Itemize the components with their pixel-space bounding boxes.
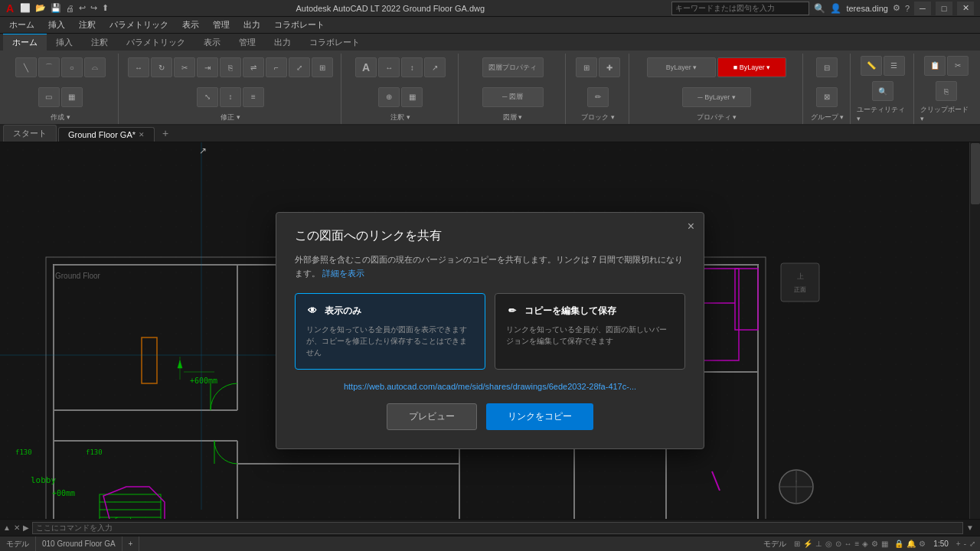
lineweight-toggle[interactable]: ≡ <box>855 540 860 548</box>
command-input[interactable] <box>32 522 963 534</box>
otrack-toggle[interactable]: ↔ <box>844 540 852 548</box>
isolate-toggle[interactable]: 🔒 <box>894 540 903 548</box>
ribbon-icon-list[interactable]: ☰ <box>884 56 905 76</box>
ribbon-icon-rotate[interactable]: ↻ <box>151 57 172 77</box>
workspace-switch[interactable]: ⚙ <box>919 540 926 548</box>
add-layout-button[interactable]: + <box>122 536 140 551</box>
menu-view[interactable]: 表示 <box>176 18 205 32</box>
ortho-toggle[interactable]: ⊥ <box>815 540 822 548</box>
quick-open-icon[interactable]: 📂 <box>35 3 46 13</box>
quick-redo-icon[interactable]: ↪ <box>90 3 97 13</box>
tab-ground-floor[interactable]: Ground Floor GA* ✕ <box>58 127 155 142</box>
close-button[interactable]: ✕ <box>957 2 974 15</box>
dialog-close-button[interactable]: × <box>688 220 694 233</box>
ribbon-tab-insert[interactable]: 挿入 <box>47 34 82 51</box>
share-option-view-only[interactable]: 👁 表示のみ リンクを知っている全員が図面を表示できますが、コピーを修正したり保… <box>295 293 485 370</box>
share-option-copy-edit[interactable]: ✏ コピーを編集して保存 リンクを知っている全員が、図面の新しいバージョンを編集… <box>495 293 685 370</box>
minimize-button[interactable]: ─ <box>914 2 931 15</box>
settings-icon[interactable]: ⚙ <box>893 3 900 13</box>
app-icon[interactable]: A <box>6 2 14 15</box>
ribbon-icon-bycolor[interactable]: ■ ByLayer ▾ <box>717 57 786 77</box>
ribbon-icon-center[interactable]: ⊕ <box>378 87 400 107</box>
ribbon-icon-insert[interactable]: ⊞ <box>576 57 597 77</box>
ribbon-icon-layer[interactable]: 図層プロパティ <box>482 57 544 77</box>
ribbon-icon-extend[interactable]: ⇥ <box>197 57 218 77</box>
model-space-tab[interactable]: モデル <box>0 536 36 551</box>
ribbon-icon-array[interactable]: ⊞ <box>312 57 333 77</box>
ribbon-icon-dim[interactable]: ↔ <box>378 57 400 77</box>
grid-toggle[interactable]: ⊞ <box>794 540 800 548</box>
tab-start[interactable]: スタート <box>3 125 57 142</box>
help-icon[interactable]: ? <box>905 4 910 13</box>
ribbon-tab-parametric[interactable]: パラメトリック <box>117 34 194 51</box>
ribbon-tab-output[interactable]: 出力 <box>265 34 300 51</box>
tab-add-button[interactable]: + <box>156 125 175 142</box>
quick-new-icon[interactable]: ⬜ <box>20 3 31 13</box>
cmd-arrow-icon[interactable]: ▶ <box>23 523 29 532</box>
ribbon-icon-copy2[interactable]: ⎘ <box>936 81 957 101</box>
cmd-close-icon[interactable]: ✕ <box>14 523 20 532</box>
tab-ground-floor-close[interactable]: ✕ <box>139 131 145 139</box>
layout-tab[interactable]: 010 Ground Floor GA <box>36 536 122 551</box>
ribbon-icon-lengthen[interactable]: ↕ <box>220 87 241 107</box>
menu-manage[interactable]: 管理 <box>207 18 236 32</box>
ribbon-tab-home[interactable]: ホーム <box>3 34 47 51</box>
quick-print-icon[interactable]: 🖨 <box>66 4 74 13</box>
ribbon-icon-leader[interactable]: ↗ <box>424 57 446 77</box>
ribbon-icon-find[interactable]: 🔍 <box>872 81 893 101</box>
search-icon[interactable]: 🔍 <box>814 3 825 14</box>
polar-toggle[interactable]: ◎ <box>825 540 832 548</box>
link-url[interactable]: https://web.autocad.com/acad/me/sid/shar… <box>344 382 636 391</box>
search-input[interactable] <box>671 2 809 15</box>
ribbon-icon-editor[interactable]: ✏ <box>587 87 609 107</box>
ribbon-icon-create[interactable]: ✚ <box>599 57 620 77</box>
osnap-toggle[interactable]: ⊙ <box>835 540 841 548</box>
quick-save-icon[interactable]: 💾 <box>51 3 61 13</box>
ribbon-icon-fillet[interactable]: ⌐ <box>266 57 287 77</box>
menu-parametric[interactable]: パラメトリック <box>103 18 175 32</box>
fullscreen-icon[interactable]: ⤢ <box>969 540 975 548</box>
canvas-area[interactable]: 上 正面 ↑ Ground Floor lobby font +600mm +0… <box>0 142 980 519</box>
menu-output[interactable]: 出力 <box>237 18 266 32</box>
selection-toggle[interactable]: ▦ <box>881 540 888 548</box>
ribbon-icon-table[interactable]: ▦ <box>401 87 423 107</box>
ribbon-icon-rect[interactable]: ▭ <box>38 87 60 107</box>
preview-button[interactable]: プレビュー <box>387 403 477 430</box>
cmd-dropdown-icon[interactable]: ▼ <box>966 523 974 532</box>
ribbon-icon-bylayer[interactable]: ByLayer ▾ <box>647 57 716 77</box>
ribbon-icon-offset[interactable]: ≡ <box>243 87 264 107</box>
ribbon-icon-arc[interactable]: ⌓ <box>84 57 106 77</box>
quick-share-icon[interactable]: ⬆ <box>102 3 109 13</box>
ribbon-icon-dim2[interactable]: ↕ <box>401 57 423 77</box>
ribbon-icon-scale[interactable]: ⤢ <box>289 57 310 77</box>
ribbon-tab-annotation[interactable]: 注釈 <box>82 34 117 51</box>
scale-display[interactable]: 1:50 <box>933 540 948 548</box>
qproperties-toggle[interactable]: ⚙ <box>871 540 878 548</box>
quick-undo-icon[interactable]: ↩ <box>79 3 86 13</box>
ribbon-icon-layer-list[interactable]: ─ 図層 <box>482 87 544 107</box>
menu-insert[interactable]: 挿入 <box>42 18 71 32</box>
ribbon-tab-view[interactable]: 表示 <box>194 34 230 51</box>
ribbon-icon-hatch[interactable]: ▦ <box>61 87 83 107</box>
copy-link-button[interactable]: リンクをコピー <box>486 403 593 430</box>
maximize-button[interactable]: □ <box>936 2 952 15</box>
cmd-expand-icon[interactable]: ▲ <box>3 523 11 532</box>
transparency-toggle[interactable]: ◈ <box>862 540 868 548</box>
dialog-details-link[interactable]: 詳細を表示 <box>322 269 364 278</box>
minus-icon[interactable]: - <box>964 540 966 548</box>
plus-icon[interactable]: + <box>956 540 961 548</box>
ribbon-icon-paste[interactable]: 📋 <box>924 56 946 76</box>
menu-annotation[interactable]: 注釈 <box>73 18 102 32</box>
ribbon-icon-copy[interactable]: ⎘ <box>220 57 241 77</box>
ribbon-icon-cut[interactable]: ✂ <box>947 56 969 76</box>
ribbon-tab-manage[interactable]: 管理 <box>230 34 265 51</box>
ribbon-icon-group[interactable]: ⊟ <box>816 57 838 77</box>
ribbon-icon-bylineweight[interactable]: ─ ByLayer ▾ <box>682 87 751 107</box>
menu-collaborate[interactable]: コラボレート <box>268 18 331 32</box>
ribbon-icon-stretch[interactable]: ⤡ <box>197 87 218 107</box>
ribbon-icon-text[interactable]: A <box>355 57 377 77</box>
menu-home[interactable]: ホーム <box>3 18 41 32</box>
snap-toggle[interactable]: ⚡ <box>803 540 812 548</box>
anno-monitor-toggle[interactable]: 🔔 <box>906 540 916 548</box>
ribbon-icon-trim[interactable]: ✂ <box>174 57 195 77</box>
